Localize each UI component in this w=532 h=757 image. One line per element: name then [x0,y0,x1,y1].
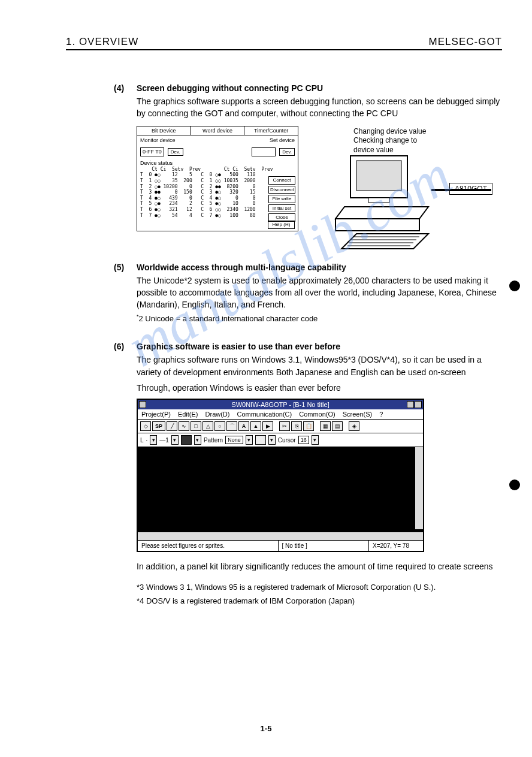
monitor-device-label: Monitor device [140,137,176,144]
tool-circle-icon[interactable]: ○ [214,421,225,431]
sec4-title: Screen debugging without connecting PC C… [137,83,323,93]
status-coordinates: X=207, Y= 78 [369,541,423,551]
header-right: MELSEC-GOT [429,36,502,48]
prop-cursor-value[interactable]: 16 [298,436,309,444]
sec6-body1: The graphics software runs on Windows 3.… [137,354,502,378]
prop-dropdown-icon[interactable]: ▾ [268,435,276,445]
computer-icon [324,150,437,258]
sec4-body: The graphics software supports a screen … [137,95,502,120]
connect-button[interactable]: Connect [268,176,295,185]
prop-dropdown-icon[interactable]: ▾ [150,435,157,445]
set-device-input[interactable] [252,147,276,156]
tool-arc-icon[interactable]: ⌒ [226,421,237,431]
tool-rect-icon[interactable]: □ [191,421,201,431]
app-window: SW0NIW-A8GOTP - [B-1 No title] Project(P… [137,399,424,552]
tool-polyline-icon[interactable]: ∿ [179,421,189,431]
statusbar: Please select figures or sprites. [ No t… [138,540,423,551]
svg-rect-1 [356,161,401,191]
sec5-body: The Unicode*2 system is used to enable a… [137,275,502,311]
after-app-text: In addition, a panel kit library signifi… [137,560,502,572]
menu-help[interactable]: ? [379,411,383,418]
monitor-device-input[interactable]: 0-FF T0 [140,147,164,156]
sec4-num: (4) [114,83,131,93]
page-number: 1-5 [0,724,532,733]
set-device-label: Set device [270,137,295,144]
dev-button-1[interactable]: Dev. [168,148,183,156]
header-left: 1. OVERVIEW [66,36,138,48]
section-4: (4) Screen debugging without connecting … [114,83,502,246]
tool-pointer-icon[interactable]: ▶ [262,421,273,431]
maximize-icon[interactable] [415,401,422,408]
status-header: Ct Ci Setv Prev Ct Ci Setv Prev [140,167,295,173]
hole-punch-icon [509,479,520,490]
sec5-num: (5) [114,263,131,272]
menu-project[interactable]: Project(P) [141,411,171,418]
sec5-note: 2 Unicode = a standard international cha… [139,315,318,324]
tab-bit-device[interactable]: Bit Device [137,126,191,135]
dev-button-2[interactable]: Dev. [279,148,295,156]
tool-cut-icon[interactable]: ✂ [279,421,290,431]
tab-word-device[interactable]: Word device [191,126,245,135]
menubar: Project(P) Edit(E) Draw(D) Communication… [138,409,423,420]
close-button[interactable]: Close [268,213,295,222]
prop-pattern-value[interactable]: None [225,436,243,444]
status-document: [ No title ] [279,541,369,551]
tool-grid1-icon[interactable]: ▦ [320,421,331,431]
page-header: 1. OVERVIEW MELSEC-GOT [66,36,502,50]
tool-sp-icon[interactable]: SP [152,421,165,431]
prop-cursor-label: Cursor [278,437,296,444]
sec6-body2: Through, operation Windows is easier tha… [137,382,502,394]
a810got-label: A810GOT [449,183,492,195]
tool-text-icon[interactable]: A [238,421,249,431]
minimize-icon[interactable] [407,401,414,408]
svg-rect-2 [368,198,389,203]
tool-icon[interactable]: ◇ [140,421,151,431]
menu-screen[interactable]: Screen(S) [343,411,373,418]
tool-line-icon[interactable]: ╱ [167,421,177,431]
sec6-num: (6) [114,342,131,351]
prop-neg1: —1 [159,437,169,444]
horizontal-scrollbar[interactable] [138,532,423,540]
section-5: (5) Worldwide access through multi-langu… [114,263,502,325]
device-status-label: Device status [140,160,295,167]
hole-punch-icon [509,281,520,291]
menu-communication[interactable]: Communication(C) [237,411,292,418]
prop-color-icon[interactable] [181,435,192,445]
prop-dropdown-icon[interactable]: ▾ [194,435,201,445]
sec6-title: Graphics software is easier to use than … [137,342,340,351]
menu-common[interactable]: Common(O) [299,411,335,418]
trademark-2: *4 DOS/V is a registered trademark of IB… [137,595,502,607]
disconnect-button[interactable]: Disconnect [268,186,295,194]
tool-fill-icon[interactable]: ▲ [250,421,261,431]
initial-set-button[interactable]: Initial set [268,204,295,213]
tool-misc-icon[interactable]: ◈ [349,421,359,431]
titlebar-text: SW0NIW-A8GOTP - [B-1 No title] [231,401,329,408]
tool-copy-icon[interactable]: ⎘ [291,421,302,431]
svg-rect-3 [335,219,419,231]
vertical-scrollbar[interactable] [415,447,423,529]
debug-window: Bit Device Word device Timer/Counter Mon… [137,126,298,231]
drawing-canvas[interactable] [138,447,423,540]
tool-grid2-icon[interactable]: ▤ [332,421,343,431]
help-button[interactable]: Help (H) [268,221,295,229]
toolbar: ◇ SP ╱ ∿ □ △ ○ ⌒ A ▲ ▶ ✂ ⎘ 📋 ▦ ▤ ◈ [138,420,423,433]
prop-l: L [140,437,144,444]
prop-dropdown-icon[interactable]: ▾ [246,435,253,445]
status-message: Please select figures or sprites. [138,541,279,551]
property-bar: L · ▾ —1 ▾ ▾ Pattern None ▾ ▾ Cursor 16 … [138,433,423,447]
section-6: (6) Graphics software is easier to use t… [114,342,502,607]
sec5-title: Worldwide access through multi-language … [137,263,346,272]
menu-edit[interactable]: Edit(E) [178,411,198,418]
system-menu-icon[interactable] [139,401,146,408]
prop-dropdown-icon[interactable]: ▾ [171,435,179,445]
menu-draw[interactable]: Draw(D) [205,411,230,418]
file-write-button[interactable]: File write [268,195,295,203]
tool-triangle-icon[interactable]: △ [202,421,213,431]
prop-pattern-label: Pattern [204,437,223,444]
tool-paste-icon[interactable]: 📋 [303,421,314,431]
titlebar: SW0NIW-A8GOTP - [B-1 No title] [138,400,423,409]
prop-color2-icon[interactable] [255,435,266,445]
trademark-1: *3 Windows 3 1, Windows 95 is a register… [137,581,502,593]
tab-timer-counter[interactable]: Timer/Counter [244,126,298,135]
prop-dropdown-icon[interactable]: ▾ [312,435,319,445]
